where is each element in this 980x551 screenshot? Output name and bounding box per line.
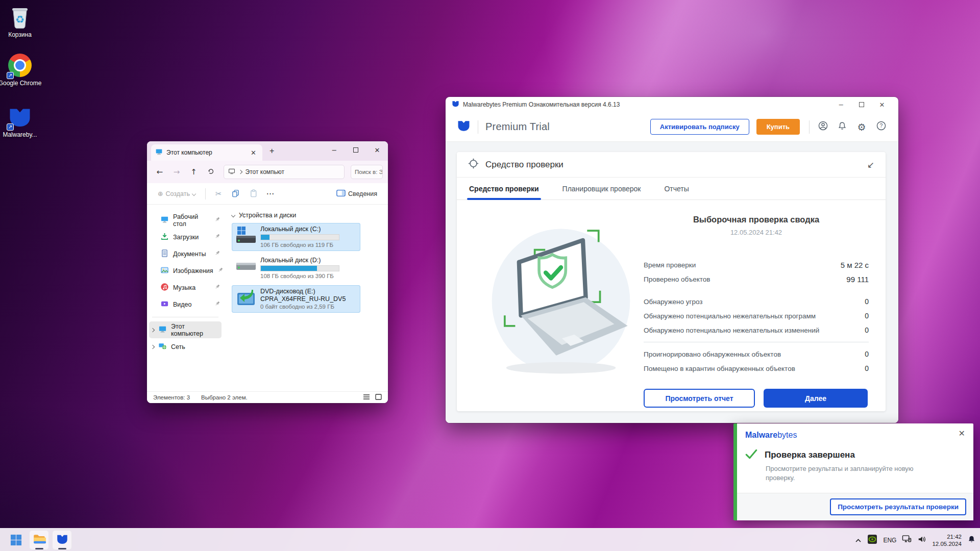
pin-icon [214, 216, 220, 224]
selected-count: Выбрано 2 элем. [201, 394, 248, 400]
downloads-icon [160, 232, 169, 242]
account-icon[interactable] [817, 120, 829, 133]
more-options-button[interactable]: ··· [267, 190, 275, 197]
drives-group-header[interactable]: Устройства и диски [232, 212, 385, 219]
paste-button[interactable] [249, 189, 258, 199]
back-button[interactable]: ← [152, 167, 167, 177]
next-button[interactable]: Далее [764, 389, 868, 408]
language-indicator[interactable]: ENG [883, 537, 896, 544]
malwarebytes-icon [56, 533, 68, 547]
taskbar-malwarebytes-button[interactable] [52, 530, 72, 550]
pictures-icon [160, 266, 169, 276]
notifications-bell-icon[interactable] [836, 120, 848, 133]
system-drive-icon [236, 226, 256, 248]
explorer-toolbar: ⊕ Создать ✂ ··· Сведения [147, 183, 388, 205]
taskbar-file-explorer-button[interactable] [29, 530, 49, 550]
drive-e-dvd-item[interactable]: DVD-дисковод (E:) CPRA_X64FRE_RU-RU_DV5 … [232, 285, 360, 313]
paste-icon [249, 189, 258, 199]
help-icon[interactable]: ? [875, 120, 887, 133]
expand-chevron-icon[interactable] [151, 344, 155, 348]
copy-button[interactable] [231, 189, 240, 199]
tab-reports[interactable]: Отчеты [664, 178, 689, 199]
scanner-target-icon [468, 158, 479, 171]
close-button[interactable]: ✕ [872, 101, 892, 109]
videos-icon [160, 299, 169, 310]
sidebar-item-music[interactable]: Музыка [147, 279, 224, 296]
create-button[interactable]: ⊕ Создать [158, 190, 195, 197]
explorer-sidebar: Рабочий стол Загрузки Документы Изображе… [147, 205, 224, 391]
desktop-icon-malwarebytes[interactable]: ↗ Malwareby... [0, 105, 42, 138]
sidebar-item-desktop[interactable]: Рабочий стол [147, 212, 224, 229]
thumbnail-view-icon[interactable] [375, 394, 382, 401]
desktop-icon-recycle-bin[interactable]: ♻ Корзина [0, 5, 42, 38]
maximize-button[interactable] [345, 141, 366, 159]
nvidia-tray-icon[interactable] [867, 534, 877, 546]
panel-title: Средство проверки [485, 160, 564, 170]
address-input[interactable]: Этот компьют [224, 165, 345, 179]
settings-gear-icon[interactable]: ⚙ [855, 121, 868, 133]
expand-chevron-icon[interactable] [151, 328, 155, 332]
sidebar-item-this-pc[interactable]: Этот компьютер [149, 321, 222, 338]
cut-button[interactable]: ✂ [215, 189, 222, 198]
buy-button[interactable]: Купить [756, 119, 800, 135]
up-button[interactable]: ↑ [186, 167, 201, 177]
window-title: Malwarebytes Premium Ознакомительная вер… [463, 101, 620, 108]
desktop-icon-chrome[interactable]: ↗ Google Chrome [0, 53, 42, 87]
network-tray-icon[interactable] [902, 535, 912, 545]
explorer-tab-this-pc[interactable]: Этот компьютер ✕ [151, 144, 262, 161]
scanner-card: Средство проверки ↙ Средство проверки Пл… [457, 152, 886, 411]
sidebar-item-downloads[interactable]: Загрузки [147, 229, 224, 245]
new-tab-button[interactable]: + [270, 146, 274, 156]
drive-usage-bar [260, 265, 339, 271]
local-drive-icon [236, 257, 256, 280]
tab-close-icon[interactable]: ✕ [249, 149, 258, 157]
search-input[interactable]: Поиск в: Э [351, 165, 383, 179]
scan-complete-illustration [489, 222, 632, 387]
stat-row: Обнаружено угроз0 [644, 294, 869, 309]
dvd-drive-icon [236, 288, 256, 310]
tab-scan-scheduler[interactable]: Планировщик проверок [562, 178, 641, 199]
sidebar-item-network[interactable]: Сеть [147, 338, 224, 355]
drive-name: DVD-дисковод (E:) [260, 288, 356, 295]
sidebar-item-documents[interactable]: Документы [147, 245, 224, 262]
malwarebytes-logo-icon [452, 100, 459, 109]
sidebar-item-videos[interactable]: Видео [147, 296, 224, 313]
view-scan-results-button[interactable]: Просмотреть результаты проверки [830, 498, 966, 515]
sidebar-item-pictures[interactable]: Изображения [147, 262, 224, 279]
view-report-button[interactable]: Просмотреть отчет [644, 389, 755, 408]
shortcut-arrow-icon: ↗ [7, 72, 14, 79]
activate-subscription-button[interactable]: Активировать подписку [650, 119, 749, 135]
volume-tray-icon[interactable] [917, 535, 926, 545]
close-button[interactable]: ✕ [366, 141, 388, 159]
minimize-button[interactable]: − [831, 101, 851, 109]
details-pane-button[interactable]: Сведения [336, 189, 377, 198]
toast-title: Проверка завершена [765, 450, 855, 460]
drive-d-item[interactable]: Локальный диск (D:) 108 ГБ свободно из 3… [232, 254, 360, 282]
maximize-button[interactable] [851, 101, 872, 109]
pin-icon [214, 233, 220, 241]
explorer-status-bar: Элементов: 3 Выбрано 2 элем. [147, 391, 388, 403]
refresh-button[interactable] [203, 168, 218, 177]
time: 21:42 [932, 533, 962, 540]
pin-icon [214, 300, 220, 308]
desktop-icon-label: Google Chrome [0, 80, 42, 87]
desktop-folder-icon [160, 215, 169, 226]
breadcrumb-chevron-icon [238, 170, 242, 174]
toast-close-icon[interactable]: ✕ [959, 429, 965, 438]
list-view-icon[interactable] [363, 394, 370, 401]
malwarebytes-title-bar[interactable]: Malwarebytes Premium Ознакомительная вер… [446, 97, 898, 112]
tray-expand-chevron-icon[interactable] [855, 536, 862, 545]
tab-scanner[interactable]: Средство проверки [469, 178, 539, 199]
explorer-file-list: Устройства и диски Локальный диск (C:) 1 [224, 205, 388, 391]
pin-icon [217, 267, 224, 274]
taskbar-clock[interactable]: 21:42 12.05.2024 [932, 533, 962, 547]
notification-center-bell-icon[interactable] [967, 535, 976, 546]
collapse-panel-icon[interactable]: ↙ [867, 160, 874, 170]
minimize-button[interactable]: − [324, 141, 345, 159]
drive-c-item[interactable]: Локальный диск (C:) 106 ГБ свободно из 1… [232, 223, 360, 251]
start-button[interactable] [6, 530, 26, 550]
success-check-icon [745, 449, 757, 461]
forward-button[interactable]: → [169, 167, 184, 177]
copy-icon [231, 189, 240, 199]
ellipsis-icon: ··· [267, 190, 275, 197]
